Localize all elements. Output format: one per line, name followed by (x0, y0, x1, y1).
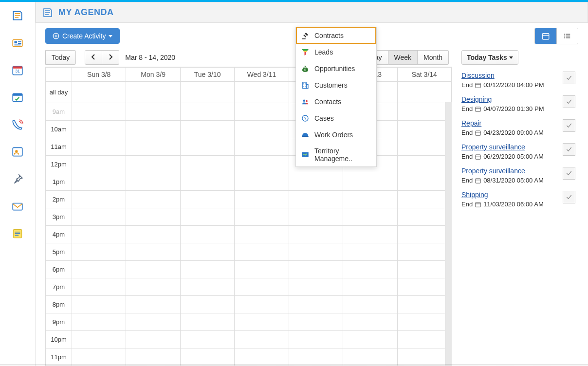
dropdown-item-customers[interactable]: Customers (296, 77, 376, 93)
calendar-cell[interactable] (235, 82, 289, 103)
calendar-cell[interactable] (72, 191, 126, 208)
task-complete-checkbox[interactable] (563, 143, 575, 156)
calendar-cell[interactable] (126, 261, 180, 278)
calendar-cell[interactable] (180, 313, 234, 331)
calendar-cell[interactable] (180, 156, 234, 173)
calendar-cell[interactable] (72, 121, 126, 138)
task-complete-checkbox[interactable] (563, 167, 575, 180)
calendar-cell[interactable] (180, 243, 234, 261)
today-button[interactable]: Today (45, 50, 76, 65)
calendar-cell[interactable] (235, 138, 289, 156)
calendar-cell[interactable] (343, 243, 397, 261)
calendar-cell[interactable] (72, 208, 126, 226)
scrollbar-track[interactable] (445, 102, 452, 366)
calendar-cell[interactable] (397, 278, 451, 296)
calendar-cell[interactable] (289, 278, 343, 296)
calendar-cell[interactable] (72, 138, 126, 156)
calendar-cell[interactable] (235, 296, 289, 313)
view-toggle-calendar[interactable] (535, 28, 556, 44)
calendar-cell[interactable] (72, 173, 126, 191)
dropdown-item-opportunities[interactable]: $Opportunities (296, 60, 376, 77)
calendar-cell[interactable] (397, 138, 451, 156)
calendar-cell[interactable] (343, 278, 397, 296)
calendar-cell[interactable] (235, 103, 289, 121)
calendar-cell[interactable] (289, 173, 343, 191)
calendar-cell[interactable] (126, 138, 180, 156)
task-complete-checkbox[interactable] (563, 72, 575, 84)
sidebar-item-notes[interactable] (0, 220, 35, 247)
task-link[interactable]: Designing (461, 95, 544, 103)
sidebar-item-pin[interactable] (0, 165, 35, 193)
dropdown-item-contacts[interactable]: Contacts (296, 93, 376, 110)
calendar-cell[interactable] (397, 243, 451, 261)
calendar-cell[interactable] (397, 261, 451, 278)
calendar-cell[interactable] (343, 296, 397, 313)
calendar-cell[interactable] (289, 226, 343, 243)
calendar-cell[interactable] (180, 121, 234, 138)
calendar-cell[interactable] (397, 331, 451, 348)
dropdown-item-cases[interactable]: ?Cases (296, 110, 376, 127)
calendar-cell[interactable] (180, 331, 234, 348)
calendar-cell[interactable] (397, 313, 451, 331)
calendar-cell[interactable] (126, 313, 180, 331)
calendar-cell[interactable] (180, 103, 234, 121)
calendar-cell[interactable] (126, 82, 180, 103)
task-link[interactable]: Property surveillance (461, 167, 544, 175)
calendar-cell[interactable] (180, 296, 234, 313)
calendar-cell[interactable] (289, 208, 343, 226)
calendar-cell[interactable] (289, 313, 343, 331)
dropdown-item-contracts[interactable]: Contracts (296, 27, 376, 44)
calendar-cell[interactable] (126, 243, 180, 261)
calendar-cell[interactable] (126, 348, 180, 366)
calendar-cell[interactable] (289, 348, 343, 366)
calendar-cell[interactable] (126, 278, 180, 296)
calendar-cell[interactable] (235, 313, 289, 331)
calendar-cell[interactable] (235, 226, 289, 243)
calendar-cell[interactable] (126, 173, 180, 191)
calendar-cell[interactable] (235, 243, 289, 261)
calendar-cell[interactable] (72, 278, 126, 296)
calendar-cell[interactable] (397, 208, 451, 226)
range-week[interactable]: Week (388, 50, 418, 65)
calendar-cell[interactable] (72, 261, 126, 278)
sidebar-item-tasks[interactable] (0, 84, 35, 111)
calendar-cell[interactable] (180, 208, 234, 226)
calendar-cell[interactable] (397, 121, 451, 138)
task-complete-checkbox[interactable] (563, 191, 575, 203)
calendar-cell[interactable] (126, 191, 180, 208)
calendar-cell[interactable] (72, 243, 126, 261)
calendar-cell[interactable] (126, 296, 180, 313)
today-tasks-button[interactable]: Today Tasks (461, 50, 518, 65)
calendar-cell[interactable] (235, 331, 289, 348)
task-complete-checkbox[interactable] (563, 119, 575, 132)
task-complete-checkbox[interactable] (563, 95, 575, 108)
calendar-cell[interactable] (397, 82, 451, 103)
calendar-cell[interactable] (180, 348, 234, 366)
calendar-cell[interactable] (72, 313, 126, 331)
next-button[interactable] (102, 50, 119, 65)
sidebar-item-calls[interactable] (0, 111, 35, 138)
calendar-cell[interactable] (235, 278, 289, 296)
calendar-cell[interactable] (343, 348, 397, 366)
calendar-cell[interactable] (397, 191, 451, 208)
dropdown-item-leads[interactable]: Leads (296, 44, 376, 60)
calendar-cell[interactable] (72, 348, 126, 366)
calendar-cell[interactable] (397, 103, 451, 121)
calendar-cell[interactable] (397, 348, 451, 366)
calendar-cell[interactable] (235, 121, 289, 138)
dropdown-item-work-orders[interactable]: Work Orders (296, 127, 376, 143)
calendar-cell[interactable] (126, 331, 180, 348)
sidebar-item-idcard[interactable] (0, 29, 35, 56)
calendar-cell[interactable] (397, 156, 451, 173)
calendar-cell[interactable] (126, 121, 180, 138)
calendar-cell[interactable] (289, 261, 343, 278)
sidebar-item-calendar[interactable]: 31 (0, 56, 35, 84)
calendar-cell[interactable] (180, 191, 234, 208)
create-activity-button[interactable]: Create Activity (45, 28, 120, 44)
calendar-cell[interactable] (126, 208, 180, 226)
calendar-cell[interactable] (343, 331, 397, 348)
calendar-cell[interactable] (126, 156, 180, 173)
calendar-cell[interactable] (289, 331, 343, 348)
task-link[interactable]: Shipping (461, 191, 544, 199)
task-link[interactable]: Discussion (461, 72, 544, 79)
